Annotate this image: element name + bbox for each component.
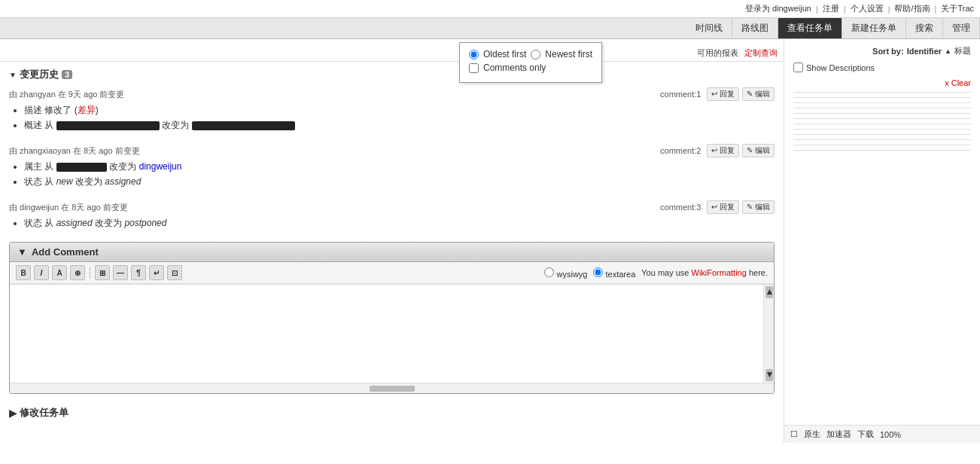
about-link[interactable]: 关于Trac <box>941 3 974 14</box>
comment-actions-1: ↩ 回复 ✎ 编辑 <box>707 87 775 101</box>
modify-triangle: ▶ <box>9 408 17 419</box>
help-link[interactable]: 帮助/指南 <box>894 3 930 14</box>
italic-icon[interactable]: I <box>34 265 49 280</box>
toolbar-icon-doc: ☐ <box>790 429 798 439</box>
edit-btn-3[interactable]: ✎ 编辑 <box>742 200 775 214</box>
top-nav: 登录为 dingweijun | 注册 | 个人设置 | 帮助/指南 | 关于T… <box>0 0 980 18</box>
comments-only-label: Comments only <box>483 63 546 73</box>
comment-id-3: comment:3 <box>660 203 701 212</box>
change-history-count: 3 <box>62 70 72 79</box>
oldest-first-radio[interactable] <box>469 50 479 60</box>
comment-id-2: comment:2 <box>660 146 701 155</box>
sidebar-line-2 <box>793 97 971 98</box>
redacted-2 <box>192 121 295 130</box>
sidebar-line-5 <box>793 113 971 114</box>
reply-btn-1[interactable]: ↩ 回复 <box>707 87 739 101</box>
textarea-radio[interactable] <box>593 267 603 277</box>
heading-icon[interactable]: A <box>52 265 67 280</box>
comment-author-3: 由 dingweijun 在 8天 ago 前变更 <box>9 202 128 213</box>
toolbar-zoom: 100% <box>880 430 901 439</box>
comment-id-1: comment:1 <box>660 90 701 99</box>
toolbar-icons: B I A ⊕ ⊞ — ¶ ↵ ⊡ <box>16 265 182 280</box>
h-scrollbar-thumb <box>370 386 415 392</box>
sort-field[interactable]: Identifier <box>907 47 942 56</box>
second-nav: 时间线 路线图 查看任务单 新建任务单 搜索 管理 <box>0 18 980 39</box>
toolbar-origin[interactable]: 原生 <box>804 429 820 440</box>
toolbar-options: wysiwyg textarea You may use WikiFormatt… <box>544 267 768 279</box>
newest-first-radio[interactable] <box>531 50 540 60</box>
triangle-icon: ▼ <box>9 71 17 79</box>
nav-new-ticket[interactable]: 新建任务单 <box>842 18 906 38</box>
custom-query-link[interactable]: 定制查询 <box>744 47 778 59</box>
add-comment-triangle: ▼ <box>17 246 27 258</box>
nav-timeline[interactable]: 时间线 <box>686 18 732 38</box>
modify-task-title: 修改任务单 <box>20 406 68 420</box>
hr-icon[interactable]: — <box>113 265 128 280</box>
change-history-header[interactable]: ▼ 变更历史 3 <box>9 68 775 81</box>
settings-link[interactable]: 个人设置 <box>851 3 884 14</box>
nav-admin[interactable]: 管理 <box>943 18 980 38</box>
wysiwyg-radio[interactable] <box>544 267 554 277</box>
scrollbar-thumb-bottom: ▼ <box>765 369 773 381</box>
toolbar-sep-1 <box>90 267 90 279</box>
toolbar-row: B I A ⊕ ⊞ — ¶ ↵ ⊡ wysiwyg <box>10 262 774 284</box>
toolbar-accelerator[interactable]: 加速器 <box>826 429 851 440</box>
show-descriptions-row: Show Descriptions <box>793 63 971 72</box>
show-descriptions-label: Show Descriptions <box>806 63 875 72</box>
add-comment-title: Add Comment <box>32 246 99 258</box>
bold-icon[interactable]: B <box>16 265 31 280</box>
newest-first-label: Newest first <box>545 49 592 60</box>
sort-field-2[interactable]: 标题 <box>954 45 971 56</box>
sidebar-line-3 <box>793 102 971 103</box>
comment-textarea[interactable] <box>10 285 763 383</box>
clear-link[interactable]: x Clear <box>793 78 971 87</box>
toolbar-download[interactable]: 下载 <box>857 429 874 440</box>
sidebar-line-10 <box>793 139 971 140</box>
edit-btn-2[interactable]: ✎ 编辑 <box>742 144 775 157</box>
horizontal-scrollbar <box>10 383 774 393</box>
sort-by-label: Sort by: <box>872 47 904 56</box>
modify-task-header[interactable]: ▶ 修改任务单 <box>9 406 775 420</box>
comment-meta-3: 由 dingweijun 在 8天 ago 前变更 comment:3 ↩ 回复… <box>9 200 775 214</box>
add-comment-section: ▼ Add Comment B I A ⊕ ⊞ — ¶ ↵ ⊡ <box>9 242 775 394</box>
change-item-status2: 状态 从 assigned 改变为 postponed <box>24 217 775 230</box>
para-icon[interactable]: ¶ <box>131 265 146 280</box>
indent-icon[interactable]: ↵ <box>149 265 164 280</box>
sidebar-line-1 <box>793 92 971 93</box>
oldest-first-label: Oldest first <box>483 49 526 60</box>
login-link[interactable]: 登录为 dingweijun <box>745 3 811 14</box>
comment-entry-3: 由 dingweijun 在 8天 ago 前变更 comment:3 ↩ 回复… <box>9 200 775 230</box>
change-history-title: 变更历史 <box>20 68 59 81</box>
bottom-toolbar: ☐ 原生 加速器 下载 100% <box>784 425 980 443</box>
wiki-hint: You may use WikiFormatting here. <box>641 268 768 277</box>
comments-only-checkbox[interactable] <box>469 63 479 73</box>
textarea-wrapper: ▲ ▼ <box>10 284 774 383</box>
sidebar-line-6 <box>793 118 971 119</box>
textarea-option: textarea <box>593 267 635 279</box>
left-content: 可用的报表 定制查询 ▼ 变更历史 3 由 zhangyan 在 9天 ago … <box>0 39 784 443</box>
macro-icon[interactable]: ⊡ <box>167 265 182 280</box>
show-descriptions-checkbox[interactable] <box>793 63 803 72</box>
diff-link[interactable]: 差异 <box>78 105 96 115</box>
register-link[interactable]: 注册 <box>823 3 839 14</box>
reply-btn-2[interactable]: ↩ 回复 <box>707 144 739 157</box>
nav-view-tickets[interactable]: 查看任务单 <box>778 18 842 38</box>
add-comment-header[interactable]: ▼ Add Comment <box>10 243 774 262</box>
comment-meta-2: 由 zhangxiaoyan 在 8天 ago 前变更 comment:2 ↩ … <box>9 144 775 157</box>
sidebar-line-4 <box>793 108 971 108</box>
sidebar-line-11 <box>793 145 971 145</box>
wiki-formatting-link[interactable]: WikiFormatting <box>692 268 747 277</box>
sidebar-line-12 <box>793 150 971 151</box>
reply-btn-3[interactable]: ↩ 回复 <box>707 200 739 214</box>
change-item-status: 状态 从 new 改变为 assigned <box>24 176 775 188</box>
comment-author-1: 由 zhangyan 在 9天 ago 前变更 <box>9 89 124 100</box>
comment-entry-2: 由 zhangxiaoyan 在 8天 ago 前变更 comment:2 ↩ … <box>9 144 775 188</box>
image-icon[interactable]: ⊕ <box>70 265 85 280</box>
scrollbar[interactable]: ▲ ▼ <box>763 285 774 383</box>
nav-roadmap[interactable]: 路线图 <box>732 18 778 38</box>
change-item-owner: 属主 从 改变为 dingweijun <box>24 160 775 173</box>
table-icon[interactable]: ⊞ <box>95 265 110 280</box>
available-reports-link[interactable]: 可用的报表 <box>697 47 738 59</box>
edit-btn-1[interactable]: ✎ 编辑 <box>742 87 775 101</box>
nav-search[interactable]: 搜索 <box>906 18 943 38</box>
